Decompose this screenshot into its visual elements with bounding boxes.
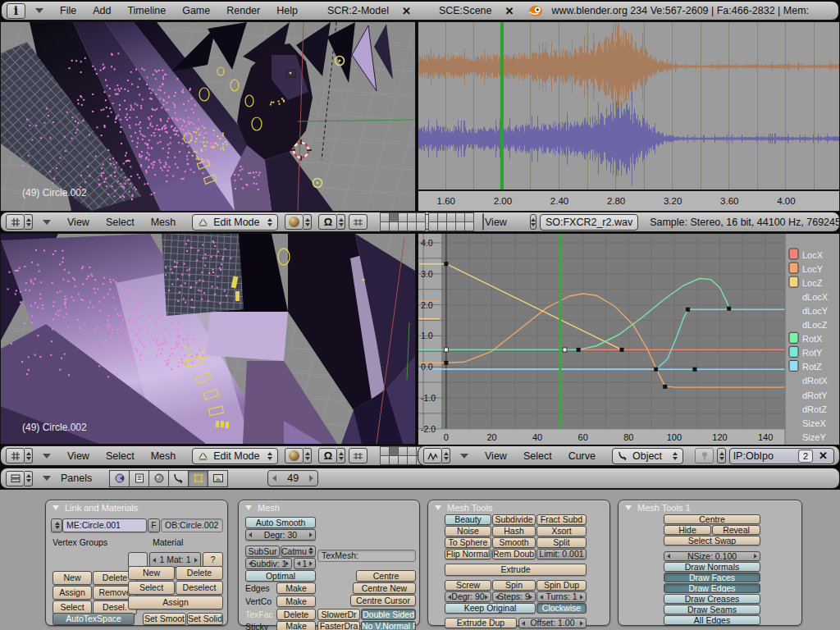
screen-close-icon[interactable]: ✕ [402, 5, 411, 17]
viewport-3d-bottom[interactable]: (49) Circle.002 [1, 234, 415, 444]
curve-key[interactable] [727, 307, 731, 311]
menu-mesh[interactable]: Mesh [143, 217, 185, 228]
frame-number[interactable]: 49 [287, 472, 299, 484]
layer-cell[interactable] [464, 221, 474, 231]
menu-help[interactable]: Help [268, 5, 306, 16]
scene-buttons-icon[interactable] [208, 470, 228, 487]
editor-type-button[interactable] [6, 471, 33, 486]
menu-view[interactable]: View [477, 450, 515, 462]
pin-icon[interactable] [695, 448, 714, 463]
button-no-v-normal-fl[interactable]: No V.Normal Fl [361, 621, 416, 630]
button-spin[interactable]: Spin [492, 580, 536, 591]
button-texmesh[interactable]: TexMesh: [317, 550, 416, 562]
sound-browse-icon[interactable] [530, 214, 536, 230]
channel-swatch-RotY[interactable] [789, 346, 798, 357]
button-delete[interactable]: Delete [176, 566, 223, 580]
button-limit-0-001[interactable]: Limit: 0.001 [536, 549, 587, 559]
button-double-sided[interactable]: Double Sided [361, 609, 416, 620]
curve-key[interactable] [577, 348, 581, 352]
editing-buttons-icon[interactable] [188, 470, 208, 487]
button-nsize-0-100[interactable]: NSize: 0.100 [664, 551, 760, 561]
button-subsur[interactable]: SubSur [245, 546, 280, 557]
audio-ruler[interactable]: 1.602.002.402.803.203.604.00 [418, 190, 840, 212]
header-collapse-icon[interactable] [460, 454, 468, 459]
button-1[interactable]: 1 [294, 558, 316, 569]
button-fasterdra[interactable]: FasterDra [317, 621, 360, 630]
button-extrude-dup[interactable]: Extrude Dup [445, 618, 517, 628]
channel-swatch-LocZ[interactable] [789, 276, 798, 287]
button-extrude[interactable]: Extrude [445, 564, 587, 576]
layer-buttons[interactable] [377, 213, 474, 231]
editor-type-button[interactable] [423, 448, 450, 463]
menu-timeline[interactable]: Timeline [119, 5, 174, 16]
button-centre-cursor[interactable]: Centre Cursor [350, 595, 416, 606]
mode-dropdown[interactable]: Edit Mode [192, 448, 278, 464]
scene-close-icon[interactable]: ✕ [505, 5, 514, 17]
ipo-datablock-field[interactable]: IP:ObIpo 2 ✕ [729, 448, 834, 464]
screen-selector[interactable]: SCR:2-Model [327, 5, 389, 16]
curve-key[interactable] [563, 348, 567, 352]
panel-collapse-icon[interactable] [245, 505, 252, 510]
button-deselect[interactable]: Deselect [176, 581, 223, 595]
menu-select[interactable]: Select [515, 450, 560, 462]
panel-collapse-icon[interactable] [625, 505, 632, 510]
button-centre[interactable]: Centre [664, 514, 760, 524]
menu-add[interactable]: Add [84, 5, 119, 16]
button-make[interactable]: Make [276, 621, 316, 630]
button-set-smoot[interactable]: Set Smoot [143, 613, 186, 625]
ipo-channel-dRotZ[interactable]: dRotZ [802, 404, 827, 414]
channel-swatch-LocY[interactable] [789, 262, 798, 273]
frame-stepper[interactable]: 49 [267, 470, 318, 486]
button-split[interactable]: Split [536, 537, 587, 548]
button-turns-1[interactable]: Turns: 1 [536, 591, 587, 602]
button-assign[interactable]: Assign [128, 596, 223, 609]
script-buttons-icon[interactable] [129, 470, 149, 487]
button-hash[interactable]: Hash [492, 526, 536, 536]
mode-dropdown[interactable]: Edit Mode [192, 214, 278, 231]
button-autotexspace[interactable]: AutoTexSpace [52, 613, 135, 625]
button-slowerdr[interactable]: SlowerDr [317, 609, 360, 620]
frame-next-icon[interactable] [309, 475, 313, 482]
button-make[interactable]: Make [276, 582, 316, 594]
header-collapse-icon[interactable] [43, 454, 51, 459]
button-to-sphere[interactable]: To Sphere [445, 537, 491, 548]
app-menu-icon[interactable]: i [7, 3, 25, 19]
snap-icon[interactable] [349, 448, 368, 463]
button-reveal[interactable]: Reveal [712, 525, 760, 535]
shading-buttons-icon[interactable] [148, 470, 169, 487]
curve-key[interactable] [444, 262, 448, 266]
button-spin-dup[interactable]: Spin Dup [536, 580, 587, 591]
ipo-channel-dRotX[interactable]: dRotX [802, 376, 828, 386]
ipo-channel-dRotY[interactable]: dRotY [802, 390, 828, 400]
viewport-3d-top[interactable]: (49) Circle.002 [1, 22, 415, 211]
layer-cell[interactable] [416, 221, 426, 231]
button-flip-normal[interactable]: Flip Normal [445, 549, 491, 559]
frame-prev-icon[interactable] [272, 475, 276, 482]
button-draw-faces[interactable]: Draw Faces [664, 573, 760, 582]
button-draw-seams[interactable]: Draw Seams [664, 605, 760, 614]
channel-swatch-LocX[interactable] [789, 249, 798, 259]
button-rem-double[interactable]: Rem Double [492, 549, 536, 559]
ipo-type-dropdown[interactable]: Object [612, 448, 683, 464]
button-centre-new[interactable]: Centre New [353, 582, 416, 594]
proportional-edit-button[interactable]: Ω [318, 214, 345, 230]
button-new[interactable]: New [128, 566, 175, 580]
channel-swatch-RotX[interactable] [789, 332, 798, 343]
button-draw-edges[interactable]: Draw Edges [664, 583, 760, 593]
button-noise[interactable]: Noise [445, 526, 491, 536]
button-ud[interactable] [51, 518, 62, 532]
ipo-browse-icon[interactable] [717, 448, 725, 463]
button-catmu[interactable]: Catmu [281, 546, 316, 557]
ipo-channel-LocX[interactable]: LocX [802, 250, 824, 260]
button-draw-normals[interactable]: Draw Normals [664, 562, 760, 572]
ipo-channel-dLocY[interactable]: dLocY [802, 306, 829, 316]
button-new[interactable]: New [52, 571, 92, 585]
button-ob-circle-002[interactable]: OB:Circle.002 [161, 518, 223, 532]
curve-key[interactable] [444, 361, 448, 365]
button-select[interactable]: Select [128, 581, 175, 595]
channel-swatch-RotZ[interactable] [789, 360, 798, 371]
curve-key[interactable] [663, 385, 667, 389]
button-all-edges[interactable]: All Edges [664, 615, 760, 625]
button-degr-90[interactable]: Degr: 90 [445, 591, 491, 602]
audio-waveform[interactable] [418, 22, 839, 189]
